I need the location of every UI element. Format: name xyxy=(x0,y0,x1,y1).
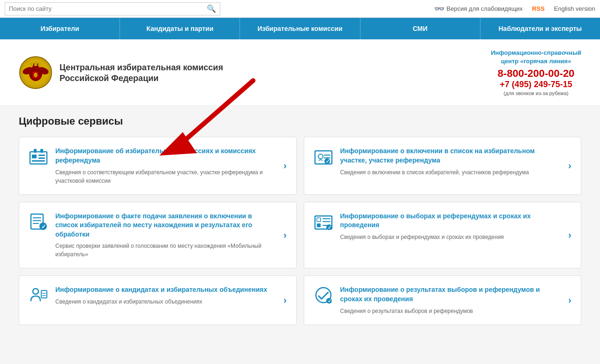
cards-grid: Информирование об избирательных комиссия… xyxy=(19,137,581,325)
glasses-icon: 👓 xyxy=(434,4,444,14)
card-arrow-inclusion: › xyxy=(568,160,571,171)
hotline-main-number: 8-800-200-00-20 xyxy=(491,67,581,80)
card-desc-candidates: Сведения о кандидатах и избирательных об… xyxy=(55,297,272,306)
cards-wrapper: Информирование об избирательных комиссия… xyxy=(19,137,581,325)
svg-rect-17 xyxy=(32,160,45,162)
section-title: Цифровые сервисы xyxy=(19,115,581,127)
card-title-application: Информирование о факте подачи заявления … xyxy=(55,212,272,239)
hotline-title: Информационно-справочный центр «горячая … xyxy=(491,49,581,66)
svg-rect-34 xyxy=(317,223,321,227)
nav-item-candidates[interactable]: Кандидаты и партии xyxy=(120,18,240,39)
card-desc-inclusion: Сведения о включении в список избирателе… xyxy=(340,168,557,177)
emblem-icon xyxy=(19,56,52,89)
card-elections[interactable]: ✓ Информирование о выборах и референдума… xyxy=(304,202,582,269)
org-name: Центральная избирательная комиссия Росси… xyxy=(60,62,223,83)
nav-item-voters[interactable]: Избиратели xyxy=(0,18,120,39)
card-arrow-results: › xyxy=(568,295,571,305)
svg-point-40 xyxy=(33,289,38,294)
card-title-elections: Информирование о выборах и референдумах … xyxy=(340,212,557,230)
card-commissions[interactable]: Информирование об избирательных комиссия… xyxy=(19,137,297,194)
main-content: Цифровые сервисы xyxy=(0,106,600,343)
rss-icon: RSS xyxy=(532,5,545,12)
inclusion-icon: ✓ xyxy=(314,147,333,166)
card-body-commissions: Информирование об избирательных комиссия… xyxy=(55,147,272,185)
card-arrow-candidates: › xyxy=(284,295,287,305)
card-desc-application: Сервис проверки заявлений о голосовании … xyxy=(55,242,272,259)
card-application[interactable]: ✓ Информирование о факте подачи заявлени… xyxy=(19,202,297,269)
svg-rect-16 xyxy=(38,157,45,159)
card-arrow-application: › xyxy=(284,230,287,240)
svg-point-10 xyxy=(34,73,38,77)
header-section: Центральная избирательная комиссия Росси… xyxy=(0,39,600,106)
svg-point-21 xyxy=(318,154,323,159)
candidates-icon xyxy=(29,285,48,305)
nav-item-media[interactable]: СМИ xyxy=(360,18,480,39)
svg-text:✓: ✓ xyxy=(328,225,331,230)
card-title-commissions: Информирование об избирательных комиссия… xyxy=(55,147,272,165)
svg-text:✓: ✓ xyxy=(326,159,330,164)
commissions-icon xyxy=(29,147,48,166)
search-button[interactable]: 🔍 xyxy=(207,4,216,13)
logo-area: Центральная избирательная комиссия Росси… xyxy=(19,56,223,89)
card-arrow-elections: › xyxy=(568,230,571,240)
hotline-alt-number: +7 (495) 249-75-15 xyxy=(491,80,581,89)
top-right-links: 👓 Версия для слабовидящих RSS RSS Englis… xyxy=(434,4,596,14)
main-nav: Избиратели Кандидаты и партии Избиратель… xyxy=(0,18,600,39)
card-body-inclusion: Информирование о включении в список на и… xyxy=(340,147,557,176)
card-inclusion[interactable]: ✓ Информирование о включении в список на… xyxy=(304,137,582,194)
elections-icon: ✓ xyxy=(314,212,333,231)
visually-impaired-link[interactable]: 👓 Версия для слабовидящих xyxy=(434,4,523,14)
card-title-candidates: Информирование о кандидатах и избиратель… xyxy=(55,285,272,295)
results-icon: ✓ xyxy=(314,285,333,305)
english-version-link[interactable]: English version xyxy=(554,5,595,12)
card-body-application: Информирование о факте подачи заявления … xyxy=(55,212,272,259)
card-arrow-commissions: › xyxy=(284,160,287,171)
search-container[interactable]: 🔍 xyxy=(5,2,220,15)
hotline-note: (для звонков из-за рубежа) xyxy=(491,90,581,96)
svg-rect-18 xyxy=(34,149,37,153)
top-bar: 🔍 👓 Версия для слабовидящих RSS RSS Engl… xyxy=(0,0,600,18)
svg-rect-7 xyxy=(38,62,41,66)
svg-rect-33 xyxy=(317,218,321,222)
card-body-elections: Информирование о выборах и референдумах … xyxy=(340,212,557,241)
svg-rect-8 xyxy=(34,61,37,66)
card-body-results: Информирование о результатах выборов и р… xyxy=(340,285,557,315)
card-body-candidates: Информирование о кандидатах и избиратель… xyxy=(55,285,272,306)
card-desc-results: Сведения о результатах выборов и референ… xyxy=(340,307,557,315)
nav-item-commissions[interactable]: Избирательные комиссии xyxy=(240,18,360,39)
hotline-area: Информационно-справочный центр «горячая … xyxy=(491,49,581,96)
svg-text:✓: ✓ xyxy=(328,298,331,304)
svg-rect-19 xyxy=(40,149,43,153)
svg-rect-15 xyxy=(38,155,45,156)
svg-text:✓: ✓ xyxy=(41,223,46,230)
application-icon: ✓ xyxy=(29,212,48,231)
card-title-results: Информирование о результатах выборов и р… xyxy=(340,285,557,304)
card-results[interactable]: ✓ Информирование о результатах выборов и… xyxy=(304,275,582,325)
svg-rect-14 xyxy=(32,155,37,158)
card-title-inclusion: Информирование о включении в список на и… xyxy=(340,147,557,165)
search-input[interactable] xyxy=(9,5,207,12)
rss-link[interactable]: RSS RSS xyxy=(532,5,545,12)
card-candidates[interactable]: Информирование о кандидатах и избиратель… xyxy=(19,275,297,325)
card-desc-commissions: Сведения о соответствующем избирательном… xyxy=(55,168,272,185)
card-desc-elections: Сведения о выборах и референдумах и срок… xyxy=(340,233,557,241)
nav-item-observers[interactable]: Наблюдатели и эксперты xyxy=(480,18,600,39)
svg-rect-41 xyxy=(41,290,47,298)
svg-rect-6 xyxy=(30,62,33,66)
